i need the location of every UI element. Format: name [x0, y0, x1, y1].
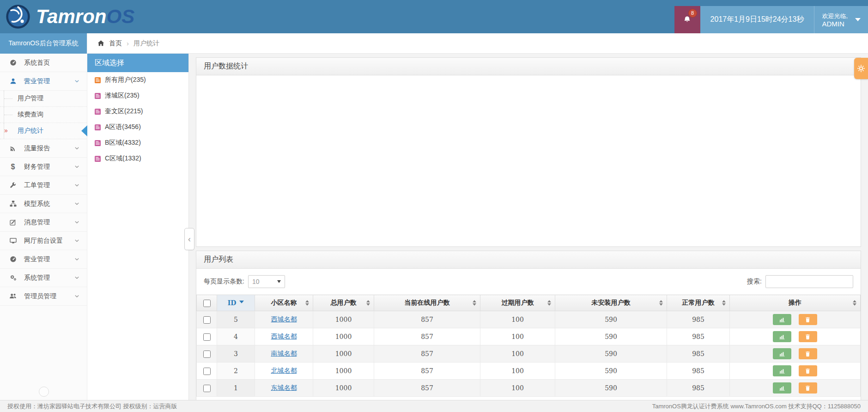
- sort-icon: [473, 300, 476, 306]
- active-nav-pointer: [81, 125, 87, 136]
- cell-actions: [730, 311, 861, 328]
- col-normal[interactable]: 正常用户数: [667, 295, 730, 311]
- sidebar-item-label: 系统首页: [24, 59, 50, 67]
- col-total[interactable]: 总用户数: [313, 295, 374, 311]
- sidebar-subitem-user-mgmt[interactable]: 用户管理: [0, 91, 87, 107]
- user-menu[interactable]: 欢迎光临, ADMIN: [814, 6, 868, 33]
- row-checkbox[interactable]: [203, 316, 211, 324]
- delete-button[interactable]: [799, 348, 817, 359]
- region-item-kuiwen[interactable]: 奎文区(2215): [87, 104, 188, 119]
- community-link[interactable]: 南城名都: [271, 350, 297, 357]
- cell-checkbox: [197, 380, 217, 397]
- community-link[interactable]: 西城名都: [271, 332, 297, 340]
- settings-gear-button[interactable]: [854, 58, 868, 79]
- per-page-label: 每页显示条数:: [204, 277, 244, 286]
- sidebar-item-model-system[interactable]: 模型系统: [0, 195, 87, 213]
- region-item-weicheng[interactable]: 潍城区(235): [87, 88, 188, 104]
- col-online[interactable]: 当前在线用户数: [374, 295, 480, 311]
- chart-button[interactable]: [773, 365, 791, 376]
- sidebar-item-label: 营业管理: [24, 255, 50, 264]
- sidebar-item-webfront-settings[interactable]: 网厅前台设置: [0, 232, 87, 250]
- chevron-down-icon: [74, 257, 79, 262]
- cell-expired: 100: [480, 363, 555, 380]
- per-page-select[interactable]: 10: [248, 275, 285, 288]
- row-checkbox[interactable]: [203, 385, 211, 392]
- logo: TamronOS: [0, 4, 134, 29]
- select-caret-icon: [277, 280, 281, 283]
- region-item-all-users[interactable]: 所有用户(235): [87, 72, 188, 88]
- sidebar-scroll-indicator[interactable]: [39, 387, 49, 397]
- region-item-b[interactable]: B区域(4332): [87, 135, 188, 151]
- sidebar-item-workorder-mgmt[interactable]: 工单管理: [0, 176, 87, 195]
- user-icon: [8, 78, 18, 85]
- breadcrumb: 首页 › 用户统计: [87, 33, 868, 54]
- cell-expired: 100: [480, 328, 555, 345]
- sidebar-item-business-mgmt[interactable]: 营业管理: [0, 72, 87, 91]
- subitem-label: 用户统计: [18, 127, 43, 135]
- sidebar-item-label: 系统管理: [24, 274, 50, 282]
- col-expired[interactable]: 过期用户数: [480, 295, 555, 311]
- chevron-down-icon: [74, 79, 79, 84]
- col-community[interactable]: 小区名称: [255, 295, 313, 311]
- sidebar-item-label: 网厅前台设置: [24, 237, 63, 245]
- row-checkbox[interactable]: [203, 368, 211, 375]
- sidebar-subitem-user-stats[interactable]: »用户统计: [0, 123, 87, 139]
- region-item-a[interactable]: A区语(3456): [87, 119, 188, 135]
- cell-expired: 100: [480, 345, 555, 363]
- cell-name: 东城名都: [255, 380, 313, 397]
- delete-button[interactable]: [799, 331, 817, 342]
- list-icon: [95, 93, 101, 99]
- select-all-checkbox-cell: [197, 295, 217, 311]
- row-checkbox[interactable]: [203, 333, 211, 341]
- subitem-label: 用户管理: [18, 94, 43, 103]
- license-text: 授权使用：潍坊家园驿站电子技术有限公司 授权级别：运营商版: [7, 402, 177, 411]
- username: ADMIN: [822, 20, 848, 28]
- col-actions[interactable]: 操作: [730, 295, 861, 311]
- col-id[interactable]: ID: [217, 295, 255, 311]
- sort-icon: [366, 300, 370, 306]
- panel-title: 用户列表: [196, 251, 861, 269]
- community-link[interactable]: 东城名都: [271, 384, 297, 391]
- users-icon: [8, 293, 18, 300]
- region-item-c[interactable]: C区域(1332): [87, 151, 188, 166]
- breadcrumb-home-link[interactable]: 首页: [109, 39, 122, 48]
- gear-icon: [857, 64, 865, 73]
- sidebar-subitem-renewal-query[interactable]: 续费查询: [0, 107, 87, 123]
- select-all-checkbox[interactable]: [203, 300, 211, 307]
- sidebar-item-system-mgmt[interactable]: 系统管理: [0, 269, 87, 287]
- cell-actions: [730, 328, 861, 345]
- notification-badge: 8: [688, 9, 697, 18]
- sidebar-item-message-mgmt[interactable]: 消息管理: [0, 213, 87, 232]
- search-input[interactable]: [765, 275, 853, 288]
- cell-uninstalled: 590: [555, 363, 667, 380]
- cell-uninstalled: 590: [555, 311, 667, 328]
- delete-button[interactable]: [799, 382, 817, 394]
- chart-button[interactable]: [773, 348, 791, 359]
- sitemap-icon: [8, 200, 18, 207]
- sidebar-item-finance-mgmt[interactable]: $ 财务管理: [0, 158, 87, 176]
- col-uninstalled[interactable]: 未安装用户数: [555, 295, 667, 311]
- notifications-button[interactable]: 8: [674, 6, 700, 33]
- region-item-label: 潍城区(235): [105, 92, 140, 100]
- sidebar-item-business-mgmt-2[interactable]: 营业管理: [0, 250, 87, 269]
- chart-button[interactable]: [773, 382, 791, 394]
- cell-normal: 985: [667, 328, 730, 345]
- sidebar-collapse-handle[interactable]: ‹: [184, 228, 194, 250]
- dashboard-icon: [8, 256, 18, 263]
- dashboard-icon: [8, 59, 18, 66]
- delete-button[interactable]: [799, 365, 817, 376]
- table-row: 1 东城名都 1000 857 100 590 985: [197, 380, 861, 397]
- sidebar-item-traffic-report[interactable]: 流量报告: [0, 139, 87, 158]
- sidebar-item-system-home[interactable]: 系统首页: [0, 54, 87, 72]
- delete-button[interactable]: [799, 314, 817, 325]
- chart-button[interactable]: [773, 314, 791, 325]
- chart-button[interactable]: [773, 331, 791, 342]
- row-checkbox[interactable]: [203, 351, 211, 358]
- sidebar-item-admin-mgmt[interactable]: 管理员管理: [0, 287, 87, 306]
- community-link[interactable]: 西城名都: [271, 315, 297, 323]
- cell-expired: 100: [480, 311, 555, 328]
- user-stats-panel: 用户数据统计: [196, 57, 861, 247]
- cell-total: 1000: [313, 345, 374, 363]
- main-content: 用户数据统计 用户列表 每页显示条数: 10 搜索:: [189, 54, 868, 400]
- community-link[interactable]: 北城名都: [271, 367, 297, 374]
